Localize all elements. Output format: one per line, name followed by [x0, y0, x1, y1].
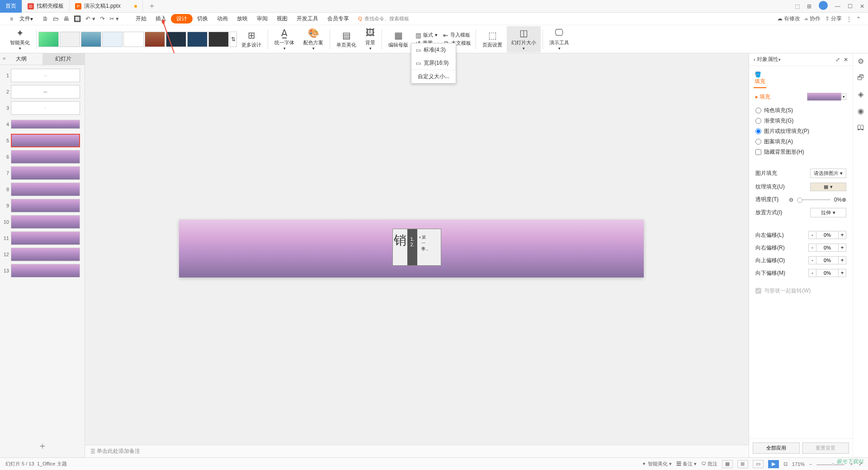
preview-icon[interactable]: 🔲 [71, 15, 83, 22]
layout-button[interactable]: ▥版式▾ [415, 32, 438, 39]
hide-bg-checkbox[interactable]: 隐藏背景图形(H) [755, 147, 846, 157]
slide-thumb[interactable] [11, 231, 80, 245]
pic-fill-select[interactable]: 请选择图片 [810, 169, 846, 178]
slide-textbox[interactable]: 销 1.2. ▪ 第 一 季... [392, 229, 441, 266]
search-box[interactable]: Q 查找命令、搜索模板 [358, 15, 409, 22]
slide-canvas[interactable]: 销 1.2. ▪ 第 一 季... ☰ 单击此处添加备注 [85, 53, 749, 457]
slide-thumb[interactable] [11, 215, 80, 229]
hamburger-icon[interactable]: ≡ [7, 16, 16, 22]
offset-top-spinner[interactable]: -+ [808, 256, 846, 264]
unify-font-button[interactable]: A̲ 统一字体▾ [270, 26, 299, 52]
edit-master-button[interactable]: ▦ 编辑母版 [384, 26, 413, 52]
template-thumb[interactable] [187, 32, 208, 47]
more-design-button[interactable]: ⊞ 更多设计 [237, 26, 266, 52]
slide-thumb[interactable]: ▫ [11, 101, 80, 115]
format-painter-icon[interactable]: ✂ ▾ [107, 15, 122, 22]
template-tab[interactable]: D 找稻壳模板 [22, 0, 70, 13]
current-slide[interactable]: 销 1.2. ▪ 第 一 季... [179, 220, 644, 277]
smart-beautify-button[interactable]: ✦ 智能美化▾ [5, 26, 34, 52]
new-tab-button[interactable]: ＋ [143, 1, 161, 11]
slide-thumb-selected[interactable] [11, 134, 80, 147]
menu-more-icon[interactable]: ⋮ [846, 16, 852, 22]
page-beautify-button[interactable]: ▤ 单页美化 [332, 26, 361, 52]
trans-plus[interactable]: ⊕ [842, 197, 846, 203]
print-icon[interactable]: 🖶 [61, 15, 71, 22]
menu-insert[interactable]: 插入 [151, 15, 171, 23]
file-menu[interactable]: 文件 ▾ [16, 15, 37, 23]
fill-section-toggle[interactable]: 填充 [755, 93, 770, 101]
fill-tab[interactable]: 🪣填充 [754, 70, 766, 88]
slideshow-button[interactable]: ▶ [768, 460, 779, 468]
menu-transition[interactable]: 切换 [193, 15, 212, 23]
share-button[interactable]: ⇪ 分享 [825, 15, 842, 23]
home-tab[interactable]: 首页 [0, 0, 22, 13]
place-mode-select[interactable]: 拉伸 [810, 208, 846, 217]
fill-picture-radio[interactable]: 图片或纹理填充(P) [755, 126, 846, 136]
minimize-button[interactable]: — [831, 3, 844, 9]
rotate-with-shape-checkbox[interactable]: 与形状一起旋转(W) [755, 286, 846, 296]
undo-icon[interactable]: ↶ ▾ [83, 15, 98, 22]
slide-thumb[interactable] [11, 264, 80, 277]
slide-thumb[interactable]: ▪▪▪ [11, 85, 80, 99]
template-thumb[interactable] [102, 32, 123, 47]
add-slide-button[interactable]: ＋ [0, 434, 85, 457]
template-thumb[interactable] [123, 32, 144, 47]
menu-view[interactable]: 视图 [272, 15, 292, 23]
gallery-expand-icon[interactable]: ⇅ [230, 32, 237, 47]
slide-thumb[interactable] [11, 120, 80, 129]
back-icon[interactable]: ‹ [754, 56, 755, 63]
document-tab[interactable]: P 演示文稿1.pptx [70, 0, 143, 13]
offset-right-spinner[interactable]: -+ [808, 244, 846, 252]
slide-thumb[interactable] [11, 166, 80, 180]
notes-pane[interactable]: ☰ 单击此处添加备注 [85, 445, 749, 457]
background-button[interactable]: 🖼 背景▾ [361, 26, 380, 52]
texture-select[interactable]: ▦ ▾ [810, 183, 846, 191]
reading-view-button[interactable]: ▭ [753, 460, 764, 468]
status-comments[interactable]: 🗨 批注 [701, 461, 717, 467]
template-thumb[interactable] [145, 32, 165, 47]
location-icon[interactable]: ◉ [858, 107, 864, 115]
coop-button[interactable]: ஃ 协作 [805, 15, 820, 23]
zoom-in-button[interactable]: ＋ [849, 461, 854, 467]
ribbon-toggle-icon[interactable]: ⌃ [856, 16, 861, 22]
trans-minus[interactable]: ⊖ [789, 197, 793, 203]
menu-animation[interactable]: 动画 [212, 15, 232, 23]
template-gallery[interactable]: ⇅ [38, 32, 237, 47]
pin-icon[interactable]: ⤢ [835, 56, 840, 63]
fill-gradient-radio[interactable]: 渐变填充(G) [755, 116, 846, 126]
fullscreen-icon[interactable]: ⤢ [859, 461, 863, 467]
apply-all-button[interactable]: 全部应用 [753, 442, 800, 454]
slide-size-button[interactable]: ◫ 幻灯片大小▾ [507, 26, 541, 52]
transparency-slider[interactable] [797, 199, 830, 200]
slide-thumb[interactable] [11, 150, 80, 164]
fill-preview[interactable] [807, 93, 841, 101]
settings-icon[interactable]: ⚙ [858, 57, 864, 66]
slide-thumb[interactable] [11, 248, 80, 261]
zoom-out-button[interactable]: − [809, 461, 812, 467]
menu-review[interactable]: 审阅 [252, 15, 272, 23]
template-thumb[interactable] [60, 32, 80, 47]
maximize-button[interactable]: ☐ [844, 3, 856, 9]
normal-view-button[interactable]: ▦ [722, 460, 733, 468]
grid-icon[interactable]: ⊞ [803, 3, 815, 9]
outline-tab[interactable]: 大纲 [0, 53, 42, 65]
color-scheme-button[interactable]: 🎨 配色方案▾ [299, 26, 328, 52]
fill-pattern-radio[interactable]: 图案填充(A) [755, 136, 846, 147]
present-tools-button[interactable]: 🖵 演示工具▾ [545, 26, 574, 52]
offset-bottom-spinner[interactable]: -+ [808, 269, 846, 277]
close-panel-icon[interactable]: ✕ [844, 56, 848, 63]
new-icon[interactable]: 🗎 [40, 15, 51, 22]
style-icon[interactable]: 🗗 [857, 74, 864, 82]
bookmark-icon[interactable]: 🕮 [857, 123, 864, 132]
slide-thumb[interactable] [11, 199, 80, 212]
user-avatar[interactable] [815, 1, 831, 11]
sync-status[interactable]: ☁ 有修改 [777, 15, 800, 23]
size-standard-item[interactable]: ▭标准(4:3) [411, 43, 456, 56]
template-thumb[interactable] [81, 32, 101, 47]
status-beautify[interactable]: ✦ 智能美化 ▾ [642, 461, 671, 467]
size-wide-item[interactable]: ▭宽屏(16:9) [411, 56, 456, 70]
menu-slideshow[interactable]: 放映 [232, 15, 252, 23]
offset-left-spinner[interactable]: -+ [808, 231, 846, 239]
template-thumb[interactable] [38, 32, 59, 47]
menu-start[interactable]: 开始 [131, 15, 151, 23]
